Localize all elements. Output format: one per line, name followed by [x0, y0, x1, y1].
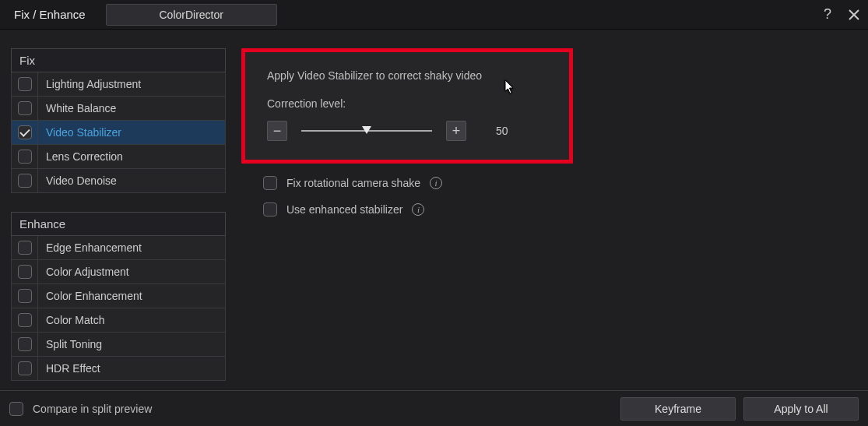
- video-denoise-checkbox[interactable]: [18, 174, 32, 188]
- close-icon[interactable]: [846, 7, 862, 23]
- apply-to-all-button[interactable]: Apply to All: [743, 397, 859, 421]
- info-icon[interactable]: i: [412, 203, 424, 216]
- color-enhancement-checkbox[interactable]: [18, 289, 32, 303]
- sidebar-item-white-balance[interactable]: White Balance: [11, 97, 226, 121]
- white-balance-checkbox[interactable]: [18, 101, 32, 115]
- sidebar-item-split-toning[interactable]: Split Toning: [11, 333, 226, 357]
- sidebar-item-label: Edge Enhancement: [38, 241, 225, 254]
- info-icon[interactable]: i: [430, 177, 442, 189]
- sidebar-item-color-match[interactable]: Color Match: [11, 308, 226, 333]
- decrease-button[interactable]: −: [267, 121, 287, 141]
- video-stabilizer-checkbox[interactable]: [18, 125, 32, 139]
- lens-correction-checkbox[interactable]: [18, 150, 32, 164]
- compare-split-checkbox[interactable]: [9, 402, 23, 416]
- sidebar-item-color-enhancement[interactable]: Color Enhancement: [11, 284, 226, 308]
- sidebar-item-label: White Balance: [38, 102, 225, 114]
- sidebar-item-label: Color Adjustment: [38, 266, 225, 278]
- sidebar-item-label: Video Stabilizer: [38, 126, 225, 139]
- increase-button[interactable]: +: [446, 121, 466, 141]
- footer: Compare in split preview Keyframe Apply …: [0, 390, 868, 426]
- sidebar-item-label: Color Enhancement: [38, 290, 225, 302]
- edge-enhancement-checkbox[interactable]: [18, 241, 32, 255]
- correction-level-slider[interactable]: [301, 130, 432, 132]
- slider-thumb-icon[interactable]: [362, 126, 371, 134]
- compare-split-label: Compare in split preview: [33, 403, 152, 415]
- keyframe-button[interactable]: Keyframe: [620, 397, 736, 421]
- stabilizer-panel-highlight: Apply Video Stabilizer to correct shaky …: [241, 48, 573, 164]
- color-match-checkbox[interactable]: [18, 313, 32, 327]
- sidebar-item-video-stabilizer[interactable]: Video Stabilizer: [11, 121, 226, 145]
- fix-rotational-label: Fix rotational camera shake: [286, 177, 420, 189]
- correction-level-value: 50: [496, 125, 508, 137]
- sidebar-item-video-denoise[interactable]: Video Denoise: [11, 169, 226, 193]
- keyframe-button-label: Keyframe: [655, 403, 701, 415]
- help-icon[interactable]: ?: [820, 7, 835, 23]
- sidebar-item-lighting-adjustment[interactable]: Lighting Adjustment: [11, 72, 226, 97]
- split-toning-checkbox[interactable]: [18, 337, 32, 351]
- enhanced-stabilizer-checkbox[interactable]: [263, 202, 277, 217]
- color-adjustment-checkbox[interactable]: [18, 265, 32, 279]
- sidebar-item-label: Color Match: [38, 314, 225, 326]
- fix-rotational-checkbox[interactable]: [263, 176, 277, 190]
- colordirector-tab[interactable]: ColorDirector: [106, 4, 277, 26]
- sidebar-item-label: Split Toning: [38, 338, 225, 350]
- titlebar: Fix / Enhance ColorDirector ?: [0, 0, 868, 30]
- enhanced-stabilizer-label: Use enhanced stabilizer: [286, 203, 402, 216]
- content-panel: Apply Video Stabilizer to correct shaky …: [226, 48, 868, 381]
- sidebar-item-label: Lens Correction: [38, 150, 225, 163]
- sidebar-item-lens-correction[interactable]: Lens Correction: [11, 145, 226, 169]
- enhance-section-header: Enhance: [11, 212, 226, 236]
- fix-section-header: Fix: [11, 48, 226, 72]
- stabilizer-description: Apply Video Stabilizer to correct shaky …: [267, 69, 547, 82]
- apply-to-all-button-label: Apply to All: [774, 403, 828, 415]
- colordirector-tab-label: ColorDirector: [159, 9, 223, 21]
- sidebar-item-hdr-effect[interactable]: HDR Effect: [11, 357, 226, 381]
- sidebar-item-label: Lighting Adjustment: [38, 78, 225, 90]
- correction-level-label: Correction level:: [267, 97, 547, 110]
- window-title: Fix / Enhance: [6, 8, 93, 21]
- lighting-adjustment-checkbox[interactable]: [18, 77, 32, 91]
- sidebar-item-label: HDR Effect: [38, 362, 225, 375]
- sidebar-item-label: Video Denoise: [38, 174, 225, 187]
- sidebar-item-edge-enhancement[interactable]: Edge Enhancement: [11, 236, 226, 260]
- sidebar: Fix Lighting Adjustment White Balance Vi…: [11, 48, 226, 381]
- hdr-effect-checkbox[interactable]: [18, 361, 32, 375]
- sidebar-item-color-adjustment[interactable]: Color Adjustment: [11, 260, 226, 284]
